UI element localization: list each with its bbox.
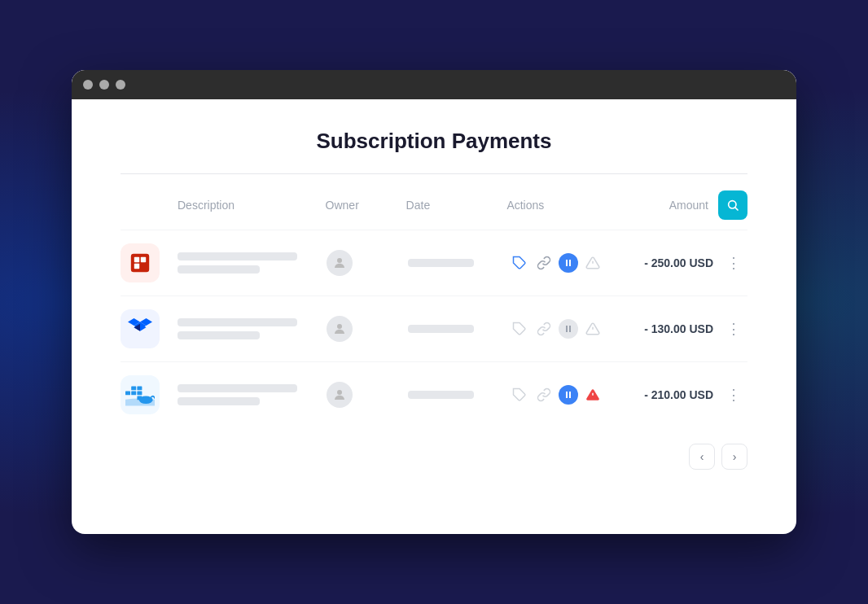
svg-rect-6 xyxy=(141,264,146,269)
col-search-header xyxy=(708,190,747,220)
docker-logo xyxy=(121,375,160,414)
prev-page-button[interactable]: ‹ xyxy=(689,444,715,470)
skeleton-bar xyxy=(408,325,474,333)
col-date-header: Date xyxy=(406,199,507,212)
table-row: - 210.00 USD ⋮ xyxy=(121,361,747,427)
svg-rect-27 xyxy=(131,387,136,391)
svg-rect-20 xyxy=(566,326,568,332)
warning-icon-active[interactable] xyxy=(583,385,603,405)
svg-rect-10 xyxy=(569,260,571,266)
row1-date xyxy=(408,259,510,267)
skeleton-bar xyxy=(178,318,297,326)
row3-actions xyxy=(510,385,618,405)
tag-icon[interactable] xyxy=(510,253,529,273)
svg-rect-33 xyxy=(566,392,568,398)
aws-logo xyxy=(121,243,160,282)
search-button[interactable] xyxy=(718,190,747,220)
skeleton-bar xyxy=(408,259,474,267)
row3-amount: - 210.00 USD xyxy=(618,387,713,402)
more-button[interactable]: ⋮ xyxy=(720,317,747,341)
svg-rect-4 xyxy=(141,257,146,262)
row3-description xyxy=(178,384,327,405)
row1-actions xyxy=(510,253,618,273)
traffic-dot-3 xyxy=(116,80,125,90)
header-divider xyxy=(121,173,747,174)
window-body: Subscription Payments Description Owner … xyxy=(72,99,796,494)
dropbox-logo xyxy=(121,309,160,348)
svg-rect-24 xyxy=(125,392,130,396)
svg-line-1 xyxy=(735,208,738,210)
tag-icon[interactable] xyxy=(510,385,529,405)
pause-icon-active[interactable] xyxy=(559,253,578,273)
svg-rect-21 xyxy=(569,326,571,332)
svg-rect-3 xyxy=(134,257,139,262)
svg-point-7 xyxy=(337,258,342,263)
owner-avatar xyxy=(327,316,353,342)
row1-description xyxy=(178,252,327,274)
table-row: - 250.00 USD ⋮ xyxy=(121,230,747,295)
svg-rect-28 xyxy=(137,387,142,391)
link-icon[interactable] xyxy=(534,319,554,339)
svg-rect-34 xyxy=(569,392,571,398)
owner-avatar xyxy=(327,382,353,408)
skeleton-bar xyxy=(178,384,297,392)
traffic-dot-1 xyxy=(83,80,93,90)
pagination: ‹ › xyxy=(121,427,747,470)
more-button[interactable]: ⋮ xyxy=(720,251,747,275)
skeleton-bar xyxy=(178,397,260,405)
col-amount-header: Amount xyxy=(614,199,708,212)
skeleton-bar xyxy=(178,331,260,339)
svg-rect-2 xyxy=(131,254,149,272)
row1-amount: - 250.00 USD xyxy=(618,256,713,270)
next-page-button[interactable]: › xyxy=(721,444,747,470)
svg-rect-26 xyxy=(137,392,142,396)
row2-more[interactable]: ⋮ xyxy=(713,317,747,341)
row3-date xyxy=(408,391,510,399)
table-row: - 130.00 USD ⋮ xyxy=(121,295,747,361)
svg-rect-25 xyxy=(131,392,136,396)
row1-owner xyxy=(327,250,408,276)
titlebar xyxy=(72,70,796,99)
pause-icon-inactive[interactable] xyxy=(559,319,578,339)
skeleton-bar xyxy=(178,265,260,274)
tag-icon[interactable] xyxy=(510,319,529,339)
skeleton-bar xyxy=(408,391,474,399)
row3-more[interactable]: ⋮ xyxy=(713,383,747,407)
table-header: Description Owner Date Actions Amount xyxy=(121,181,747,230)
warning-icon-inactive[interactable] xyxy=(583,319,603,339)
row2-actions xyxy=(510,319,618,339)
pause-icon-active[interactable] xyxy=(559,385,578,405)
svg-rect-9 xyxy=(566,260,568,266)
svg-rect-5 xyxy=(134,264,139,269)
link-icon[interactable] xyxy=(534,253,554,273)
skeleton-bar xyxy=(178,252,297,260)
link-icon[interactable] xyxy=(534,385,554,405)
page-title: Subscription Payments xyxy=(121,99,747,173)
svg-point-31 xyxy=(337,390,342,395)
col-actions-header: Actions xyxy=(506,199,614,212)
row2-description xyxy=(178,318,327,339)
row2-amount: - 130.00 USD xyxy=(618,322,713,336)
col-owner-header: Owner xyxy=(326,199,406,212)
traffic-dot-2 xyxy=(99,80,109,90)
more-button[interactable]: ⋮ xyxy=(720,383,747,407)
row1-more[interactable]: ⋮ xyxy=(713,251,747,275)
row2-owner xyxy=(327,316,408,342)
main-window: Subscription Payments Description Owner … xyxy=(72,70,796,534)
svg-point-18 xyxy=(337,324,342,329)
warning-icon-inactive[interactable] xyxy=(583,253,603,273)
col-description-header: Description xyxy=(178,199,326,212)
row3-owner xyxy=(327,382,408,408)
owner-avatar xyxy=(327,250,353,276)
row2-date xyxy=(408,325,510,333)
